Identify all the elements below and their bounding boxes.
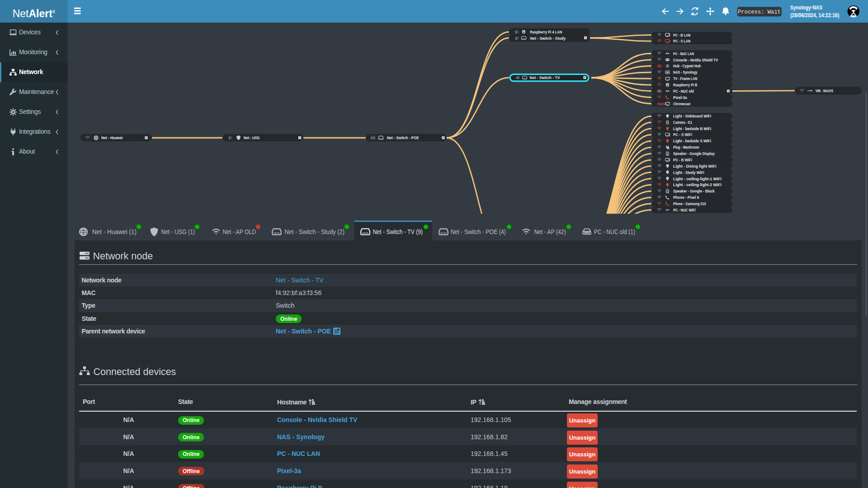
svg-text:PC - S WiFi: PC - S WiFi	[673, 132, 692, 137]
svg-text:PC - NUC WiFi: PC - NUC WiFi	[673, 208, 696, 212]
svg-text:VM - NixOS: VM - NixOS	[816, 88, 833, 93]
svg-text:Speaker - Google - Black: Speaker - Google - Black	[673, 189, 715, 193]
svg-text:Net - Switch - TV: Net - Switch - TV	[530, 75, 560, 80]
svg-text:1: 1	[228, 136, 231, 140]
svg-text:Chromecast: Chromecast	[673, 102, 690, 106]
svg-text:3: 3	[515, 36, 517, 41]
svg-text:Light - Study WiFi: Light - Study WiFi	[673, 170, 704, 175]
svg-text:Net - Switch - Study: Net - Switch - Study	[530, 36, 566, 41]
svg-text:5: 5	[515, 30, 517, 34]
svg-text:Light - bedside B WiFi: Light - bedside B WiFi	[673, 127, 711, 131]
svg-text:Pixel-3a: Pixel-3a	[673, 95, 687, 100]
svg-text:PC - B LAN: PC - B LAN	[673, 33, 690, 38]
svg-text:TV - Frame LAN: TV - Frame LAN	[673, 76, 698, 81]
svg-text:Plug - Washroom: Plug - Washroom	[673, 145, 699, 150]
svg-text:Speaker - Google Display: Speaker - Google Display	[673, 151, 715, 156]
svg-text:Camera - E1: Camera - E1	[673, 120, 692, 125]
svg-text:Synology-NAS: Synology-NAS	[790, 4, 822, 11]
svg-text:Net - USG: Net - USG	[244, 135, 259, 140]
svg-text:NAS - Synology: NAS - Synology	[673, 70, 698, 75]
svg-text:Raspberry Pi 4 LAN: Raspberry Pi 4 LAN	[530, 29, 562, 34]
svg-text:Hub - Cygnet Hub: Hub - Cygnet Hub	[673, 64, 701, 68]
svg-text:Net - Huawei: Net - Huawei	[101, 135, 123, 140]
svg-text:Light - ceiling-light-2 WiFi: Light - ceiling-light-2 WiFi	[673, 183, 722, 187]
svg-text:Phone - Samsung S10: Phone - Samsung S10	[673, 202, 706, 206]
svg-text:Net - Switch - POE: Net - Switch - POE	[387, 135, 419, 140]
svg-text:Console - Nvidia Shield TV: Console - Nvidia Shield TV	[673, 58, 718, 62]
svg-text:PC - NUC old: PC - NUC old	[673, 89, 694, 94]
svg-text:Light - bedside S WiFi: Light - bedside S WiFi	[673, 139, 711, 143]
svg-text:Process: Wait: Process: Wait	[738, 9, 781, 15]
svg-text:Raspberry Pi B: Raspberry Pi B	[673, 83, 698, 87]
svg-text:Light - ceiling-light-1 WiFi: Light - ceiling-light-1 WiFi	[673, 177, 722, 181]
svg-text:PC - B WiFi: PC - B WiFi	[673, 158, 692, 162]
svg-text:PC - NUC LAN: PC - NUC LAN	[673, 52, 694, 56]
svg-text:PC - S LAN: PC - S LAN	[673, 39, 690, 43]
svg-text:(26/06/2024, 14:22:16): (26/06/2024, 14:22:16)	[790, 12, 840, 19]
svg-text:Phone - Pixel 6: Phone - Pixel 6	[673, 195, 699, 200]
svg-text:Light - Dining light WiFi: Light - Dining light WiFi	[673, 164, 717, 169]
svg-text:4: 4	[516, 75, 519, 80]
svg-text:Light - Sideboard WiFi: Light - Sideboard WiFi	[673, 114, 711, 118]
